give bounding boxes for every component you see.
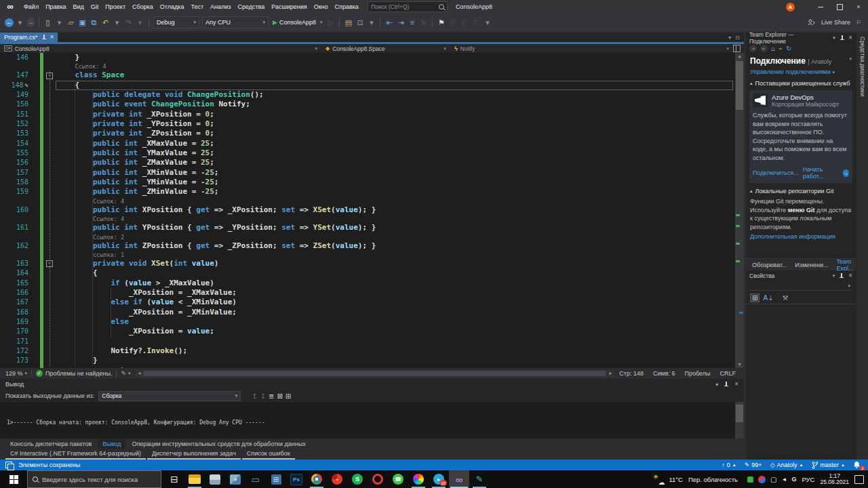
platform-dropdown[interactable]: Any CPU▾ [202, 16, 269, 28]
start-debugging-button[interactable]: ▶ConsoleApp8▾ [273, 19, 322, 26]
outlining-margin[interactable] [43, 110, 57, 119]
color-wheel-app-icon[interactable] [408, 470, 429, 488]
run-no-debug-button[interactable]: ▷ [326, 17, 336, 28]
tab-changes[interactable]: Изменени... [791, 262, 831, 268]
output-clear-button[interactable]: ⊠ [277, 392, 282, 400]
new-file-button[interactable]: ▯ [43, 17, 53, 28]
code-line[interactable]: 153 private int _ZPosition = 0; [0, 129, 744, 138]
account-button[interactable]: ◇ Anatoly ▲ [770, 462, 804, 468]
outlining-margin[interactable] [43, 62, 57, 70]
menu-item-analyze[interactable]: Анализ [207, 0, 234, 14]
scroll-left-icon[interactable]: ◄ [136, 370, 142, 377]
visual-studio-icon[interactable]: ∞ [449, 470, 469, 488]
editor-vertical-scrollbar[interactable]: ▲ ▼ [735, 53, 744, 368]
collapse-region-icon[interactable]: – [46, 73, 53, 79]
hosted-providers-section-header[interactable]: ▴ Поставщики размещенных служб [746, 77, 856, 89]
tab-team-explorer[interactable]: Team Expl... [833, 258, 857, 272]
manage-connections-link[interactable]: Управление подключениями ▾ [746, 67, 856, 77]
editor-horizontal-scrollbar[interactable]: ◄ ► [136, 370, 614, 377]
chevron-down-icon[interactable]: ▾ [833, 273, 835, 279]
code-line[interactable]: 161 public int YPosition { get => _YPosi… [0, 223, 744, 232]
codelens-row[interactable]: Ссылок: 4 [0, 215, 744, 223]
property-pages-button[interactable]: ⚒ [782, 294, 788, 302]
problems-status-label[interactable]: Проблемы не найдены. [45, 370, 112, 377]
object-selector-dropdown[interactable]: ▾ [749, 281, 852, 291]
whatsapp-icon[interactable]: ☎ [388, 470, 408, 488]
code-line[interactable]: 167 else if (value < _XMinValue) [0, 298, 744, 307]
taskbar-search-input[interactable]: Введите здесь текст для поиска [27, 470, 161, 488]
nav-back-button[interactable]: ← [5, 18, 14, 27]
code-line[interactable]: 150 public event ChangePosition Notify; [0, 100, 744, 109]
code-line[interactable]: 151 private int _XPosition = 0; [0, 110, 744, 119]
outlining-margin[interactable] [43, 241, 57, 251]
calculator-app-icon[interactable]: ⊞ [266, 470, 286, 488]
code-line[interactable]: 169 else [0, 317, 744, 327]
outlining-margin[interactable] [43, 168, 57, 178]
indent-mode-label[interactable]: Пробелы [685, 370, 711, 377]
code-line[interactable]: 168 _XPosition = _XMinValue; [0, 308, 744, 317]
scroll-up-icon[interactable]: ▲ [735, 53, 744, 60]
outlining-margin[interactable] [43, 205, 57, 215]
edit-indicator-icon[interactable]: ✎ [121, 370, 126, 377]
code-line[interactable]: 171 [0, 337, 744, 346]
codelens-row[interactable]: Ссылок: 4 [0, 62, 744, 70]
codelens-row[interactable]: Ссылок: 2 [0, 233, 744, 241]
code-line[interactable]: 162 public int ZPosition { get => _ZPosi… [0, 241, 744, 251]
outlining-margin[interactable] [43, 197, 57, 205]
pin-icon[interactable] [840, 35, 844, 41]
pending-edits-button[interactable]: ✎ 99+ [745, 462, 762, 468]
tray-gamebar-icon[interactable]: G [791, 476, 796, 483]
red-swirl-app-icon[interactable]: ● [327, 470, 347, 488]
green-s-app-icon[interactable]: S [347, 470, 368, 488]
maximize-button[interactable] [830, 0, 849, 14]
eol-mode-label[interactable]: CRLF [719, 370, 736, 377]
close-icon[interactable]: × [848, 272, 852, 279]
pin-icon[interactable] [41, 35, 47, 40]
outlining-margin[interactable] [43, 215, 57, 223]
close-icon[interactable]: × [734, 381, 738, 388]
outlining-margin[interactable] [43, 288, 57, 298]
photoshop-icon[interactable]: Ps [286, 470, 307, 488]
weather-label[interactable]: Пер. облачность [688, 476, 738, 483]
tray-display-icon[interactable]: ▢ [770, 476, 776, 483]
tab-list-dropdown-icon[interactable]: ▾ [728, 35, 731, 41]
telegram-icon[interactable]: ▸10 [429, 470, 449, 488]
menu-item-git[interactable]: Git [87, 0, 102, 14]
outlining-margin[interactable] [43, 337, 57, 346]
clock[interactable]: 1:17 25.08.2021 [820, 473, 849, 486]
photos-app-icon[interactable] [205, 470, 225, 488]
new-file-caret[interactable]: ▾ [54, 17, 64, 28]
more-info-link[interactable]: Дополнительная информация [746, 232, 856, 241]
code-line[interactable]: 152 private int _YPosition = 0; [0, 119, 744, 129]
connect-plug-icon[interactable]: ⌁ [778, 45, 783, 52]
laptop-app-icon[interactable]: ▭ [245, 470, 266, 488]
outlining-margin[interactable] [43, 279, 57, 288]
save-button[interactable]: ▣ [77, 17, 87, 28]
outlining-margin[interactable] [43, 129, 57, 138]
local-git-section-header[interactable]: ▴ Локальные репозитории Git [746, 184, 856, 197]
pin-icon[interactable] [839, 273, 844, 279]
outlining-margin[interactable] [43, 148, 57, 158]
start-button[interactable] [0, 470, 27, 488]
undo-caret[interactable]: ▾ [112, 17, 122, 28]
code-line[interactable]: 158 public int _YMinValue = -25; [0, 178, 744, 187]
collapse-region-icon[interactable]: – [46, 260, 53, 267]
outlining-margin[interactable] [43, 100, 57, 109]
tab-csharp-interactive[interactable]: C# Interactive (.NET Framework 64-разряд… [5, 449, 146, 460]
outlining-margin[interactable] [43, 139, 57, 148]
redo-caret[interactable]: ▾ [135, 17, 145, 28]
git-branch-button[interactable]: master ▲ [812, 462, 845, 469]
outlining-margin[interactable] [43, 298, 57, 307]
menu-item-test[interactable]: Тест [187, 0, 207, 14]
code-line[interactable]: 154 public int _XMaxValue = 25; [0, 139, 744, 148]
menu-item-view[interactable]: Вид [70, 0, 87, 14]
user-avatar[interactable]: A [786, 3, 795, 12]
close-button[interactable]: × [849, 0, 868, 14]
menu-item-window[interactable]: Окно [311, 0, 332, 14]
outlining-margin[interactable] [43, 119, 57, 129]
categorized-view-button[interactable]: ⊞ [750, 293, 760, 302]
tab-error-list[interactable]: Список ошибок [242, 449, 295, 460]
outlining-margin[interactable] [43, 187, 57, 197]
tab-data-tools-operations[interactable]: Операции инструментальных средств для об… [127, 439, 310, 449]
outlining-margin[interactable] [43, 268, 57, 278]
